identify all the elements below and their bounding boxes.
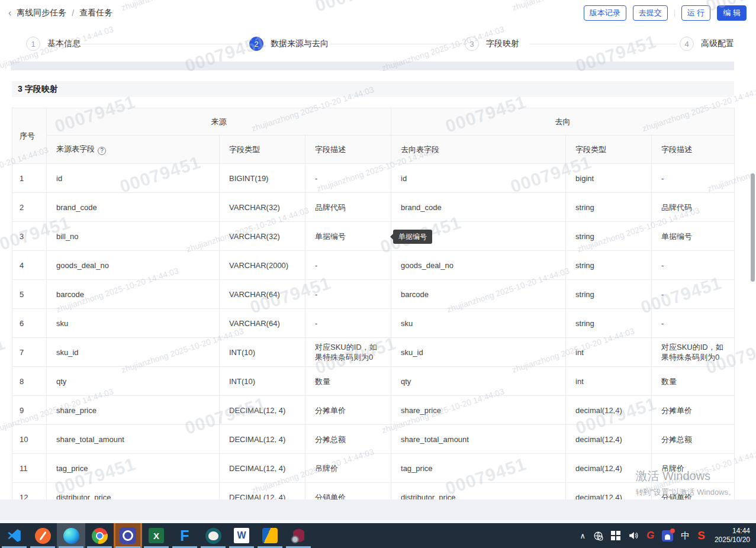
excel-glyph: X <box>149 528 164 543</box>
foxit-app-icon[interactable] <box>256 523 284 548</box>
table-row: 11tag_priceDECIMAL(12, 4)吊牌价tag_pricedec… <box>12 454 735 483</box>
step-field-mapping[interactable]: 3 字段映射 <box>465 26 519 62</box>
table-cell: 品牌代码 <box>652 193 735 222</box>
col-header-target-desc: 字段描述 <box>652 136 735 164</box>
table-cell: 对应SKU的ID，如果特殊条码则为0 <box>305 338 391 367</box>
widgets-icon[interactable] <box>611 531 620 540</box>
table-cell: 2 <box>12 193 47 222</box>
network-no-internet-icon[interactable] <box>593 531 603 541</box>
step-label: 基本信息 <box>47 38 81 49</box>
table-cell: BIGINT(19) <box>220 164 305 193</box>
step-advanced-config[interactable]: 4 高级配置 <box>680 26 734 62</box>
section-title-bar: 3 字段映射 <box>12 81 734 97</box>
go-submit-button[interactable]: 去提交 <box>633 5 668 21</box>
volume-icon[interactable] <box>628 530 639 541</box>
table-cell: decimal(12,4) <box>566 425 652 454</box>
field-mapping-table: 序号 来源 去向 来源表字段? 字段类型 字段描述 去向表字段 字段类型 字段描… <box>12 108 735 500</box>
table-cell: 数量 <box>652 367 735 396</box>
notification-badge <box>670 528 675 533</box>
table-cell: 1 <box>12 164 47 193</box>
col-group-target: 去向 <box>391 108 735 136</box>
table-cell: bill_no <box>47 222 220 251</box>
breadcrumb-parent[interactable]: 离线同步任务 <box>17 8 66 18</box>
table-cell: INT(10) <box>220 338 305 367</box>
top-bar: ‹ 离线同步任务 / 查看任务 版本记录 去提交 运 行 编 辑 <box>0 0 756 26</box>
table-cell: 11 <box>12 454 47 483</box>
tray-expand-icon[interactable]: ∧ <box>580 531 586 540</box>
table-row: 10share_total_amountDECIMAL(12, 4)分摊总额sh… <box>12 425 735 454</box>
content-card: 3 字段映射 序号 来源 去向 来源表字段? 字段类型 字段描述 <box>0 70 756 500</box>
system-tray: ∧ G 中 S 14:44 2025/10/20 <box>580 523 756 548</box>
col-header-source-desc: 字段描述 <box>305 136 391 164</box>
step-connector <box>330 44 462 44</box>
excel-icon[interactable]: X <box>142 523 170 548</box>
table-cell: 5 <box>12 280 47 309</box>
f-app-icon[interactable]: F <box>170 523 199 548</box>
pen-app-icon[interactable] <box>28 523 57 548</box>
table-cell: qty <box>47 367 220 396</box>
table-cell: - <box>305 164 391 193</box>
notification-app-tray-icon[interactable] <box>662 530 673 541</box>
table-cell: DECIMAL(12, 4) <box>220 396 305 425</box>
table-cell: sku <box>391 309 566 338</box>
back-icon[interactable]: ‹ <box>8 8 11 18</box>
step-basic-info[interactable]: 1 基本信息 <box>26 26 81 62</box>
table-cell: sku <box>47 309 220 338</box>
taskbar-clock[interactable]: 14:44 2025/10/20 <box>715 527 750 544</box>
table-cell: 数量 <box>305 367 391 396</box>
ime-indicator[interactable]: 中 <box>681 530 690 541</box>
database-app-icon[interactable] <box>284 523 313 548</box>
col-header-target-type: 字段类型 <box>566 136 652 164</box>
step-number: 1 <box>26 37 40 51</box>
step-data-source-target[interactable]: 2 数据来源与去向 <box>249 26 329 62</box>
dbeaver-icon[interactable] <box>199 523 227 548</box>
table-subheader-row: 来源表字段? 字段类型 字段描述 去向表字段 字段类型 字段描述 <box>12 136 735 164</box>
step-connector <box>530 44 677 44</box>
table-cell: 4 <box>12 251 47 280</box>
run-button[interactable]: 运 行 <box>681 5 711 21</box>
breadcrumb: ‹ 离线同步任务 / 查看任务 <box>8 8 112 18</box>
edit-button[interactable]: 编 辑 <box>717 5 747 21</box>
version-history-button[interactable]: 版本记录 <box>584 5 626 21</box>
chat-app-icon[interactable] <box>114 523 142 548</box>
table-cell: decimal(12,4) <box>566 483 652 501</box>
g-app-tray-icon[interactable]: G <box>646 530 654 541</box>
vscode-icon[interactable] <box>0 523 28 548</box>
table-cell: brand_code <box>391 193 566 222</box>
word-icon[interactable]: W <box>227 523 256 548</box>
table-cell: - <box>652 251 735 280</box>
help-icon[interactable]: ? <box>98 147 106 155</box>
step-number: 2 <box>249 37 263 51</box>
sogou-tray-icon[interactable]: S <box>697 529 705 542</box>
windows-taskbar: X F W ∧ G 中 S 14:44 2025/10/20 <box>0 523 756 548</box>
table-row: 4goods_deal_noVARCHAR(2000)-goods_deal_n… <box>12 251 735 280</box>
table-cell: share_total_amount <box>391 425 566 454</box>
chrome-icon[interactable] <box>85 523 114 548</box>
table-row: 5barcodeVARCHAR(64)-barcodestring- <box>12 280 735 309</box>
actions-divider <box>674 9 675 17</box>
table-row: 8qtyINT(10)数量qtyint数量 <box>12 367 735 396</box>
table-cell: distributor_price <box>47 483 220 501</box>
step-number: 4 <box>680 37 694 51</box>
table-cell: DECIMAL(12, 4) <box>220 483 305 501</box>
section-gap <box>11 62 734 70</box>
table-cell: 分摊总额 <box>652 425 735 454</box>
table-cell: DECIMAL(12, 4) <box>220 454 305 483</box>
edge-icon[interactable] <box>57 523 85 548</box>
table-cell: bigint <box>566 164 652 193</box>
table-cell: 品牌代码 <box>305 193 391 222</box>
table-cell: 8 <box>12 367 47 396</box>
table-cell: decimal(12,4) <box>566 396 652 425</box>
col-header-index: 序号 <box>12 108 47 164</box>
table-cell: sku_id <box>391 338 566 367</box>
table-cell: VARCHAR(64) <box>220 309 305 338</box>
vertical-scrollbar-thumb[interactable] <box>751 173 755 282</box>
table-cell: VARCHAR(32) <box>220 222 305 251</box>
table-cell: 对应SKU的ID，如果特殊条码则为0 <box>652 338 735 367</box>
table-cell: - <box>305 309 391 338</box>
table-cell: 分销单价 <box>652 483 735 501</box>
table-cell: 9 <box>12 396 47 425</box>
table-cell: share_price <box>391 396 566 425</box>
table-cell: distributor_price <box>391 483 566 501</box>
table-cell: share_price <box>47 396 220 425</box>
